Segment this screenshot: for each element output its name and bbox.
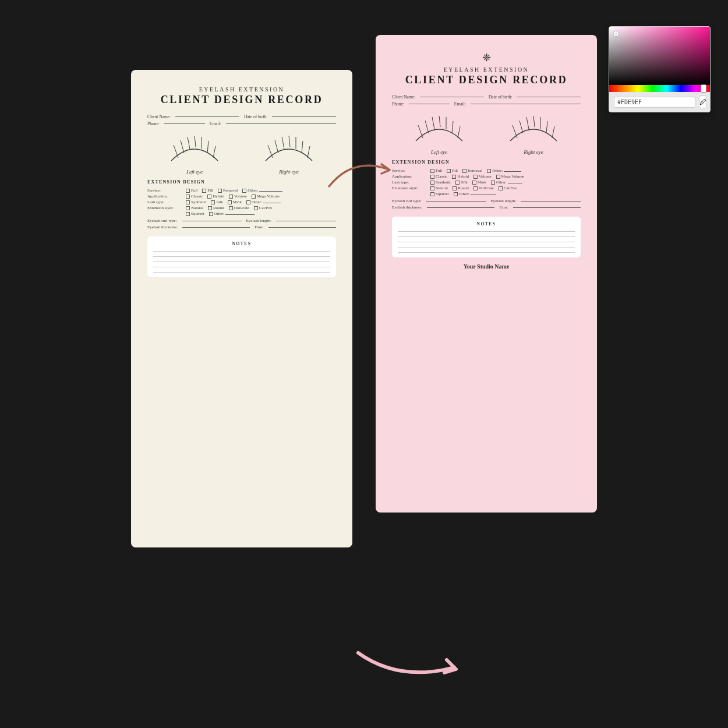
svg-line-27	[552, 126, 554, 138]
left-opt-natural: Natural	[186, 206, 203, 210]
eyedropper-icon: 🖊	[699, 98, 706, 107]
svg-line-15	[425, 121, 429, 133]
left-service-row: Service: Full Fill Removal Other:	[147, 188, 336, 193]
right-thickness-line	[427, 207, 494, 208]
left-phone-row: Phone: Email:	[147, 121, 336, 126]
left-extstyle-options: Natural Round Doll/cute Cat/Fox	[186, 206, 336, 210]
right-curl-line	[426, 201, 486, 202]
left-extrastyle-options: Squirrel Other:	[186, 211, 336, 216]
svg-line-20	[458, 126, 460, 138]
right-fans-label: Fans:	[499, 205, 508, 210]
right-client-name-line	[420, 97, 484, 97]
right-right-eye-label: Right eye	[524, 149, 543, 155]
left-opt-hybrid: Hybrid	[207, 194, 224, 199]
left-fans-label: Fans:	[255, 225, 263, 229]
svg-line-24	[533, 116, 535, 127]
right-opt-synthetic: Synthetic	[430, 180, 451, 185]
right-extrastyle-row: Squirrel Other:	[392, 192, 581, 196]
right-lashtype-options: Synthetic Silk Mink Other:	[430, 180, 581, 185]
left-curl-row: Eyelash curl type: Eyelash length:	[147, 218, 336, 223]
left-application-label: Application:	[147, 194, 183, 199]
svg-line-23	[526, 117, 529, 129]
right-thickness-row: Eyelash thickness: Fans:	[392, 205, 581, 210]
svg-line-14	[418, 125, 423, 138]
left-thickness-label: Eyelash thickness:	[147, 225, 178, 229]
right-notes-section: NOTES Your Studio Name	[392, 217, 581, 270]
svg-line-26	[546, 121, 547, 133]
left-opt-mega: Mega Volume	[252, 194, 280, 199]
right-service-label: Service:	[392, 168, 428, 173]
right-notes-lines	[398, 231, 575, 253]
right-application-options: Classic Hybrid Volume Mega Volume	[430, 174, 581, 179]
left-opt-fill: Fill	[202, 188, 213, 193]
right-left-eye-svg	[410, 115, 468, 147]
left-curl-line	[182, 221, 242, 221]
left-opt-other-svc: Other:	[242, 188, 282, 193]
right-length-line	[521, 201, 581, 202]
bottom-arrow	[352, 635, 469, 694]
svg-line-21	[513, 125, 517, 138]
right-service-options: Full Fill Removal Other:	[430, 168, 581, 173]
right-client-name-label: Client Name:	[392, 94, 415, 100]
left-extstyle-row: Extension style: Natural Round Doll/cute…	[147, 206, 336, 210]
left-notes-line-2	[153, 256, 330, 257]
right-dob-line	[517, 97, 581, 97]
left-name-row: Client Name: Date of birth:	[147, 114, 336, 119]
right-length-label: Eyelash length:	[491, 199, 516, 203]
right-fans-line	[513, 207, 581, 208]
right-email-line	[471, 104, 581, 104]
color-picker[interactable]: 🖊	[609, 26, 711, 112]
svg-line-13	[308, 146, 310, 158]
left-fans-line	[268, 227, 336, 228]
right-notes-box: NOTES	[392, 217, 581, 257]
left-notes-lines	[153, 251, 330, 273]
eyedropper-button[interactable]: 🖊	[699, 96, 707, 108]
right-notes-line-4	[398, 247, 575, 248]
right-email-label: Email:	[454, 101, 466, 107]
right-extrastyle-options: Squirrel Other:	[430, 192, 581, 196]
right-opt-silk: Silk	[455, 180, 467, 185]
right-opt-fill: Fill	[447, 168, 458, 173]
left-opt-squirrel: Squirrel	[186, 211, 204, 216]
left-opt-mink: Mink	[228, 200, 242, 204]
right-application-label: Application:	[392, 174, 428, 179]
right-right-eye: Right eye	[504, 115, 563, 155]
right-notes-line-2	[398, 236, 575, 237]
left-application-options: Classic Hybrid Volume Mega Volume	[186, 194, 336, 199]
right-opt-mink: Mink	[472, 180, 486, 185]
svg-line-17	[439, 116, 440, 127]
top-arrow	[323, 151, 393, 198]
right-opt-other-lash: Other:	[491, 180, 522, 185]
right-card-title: CLIENT DESIGN RECORD	[392, 74, 581, 86]
left-card-title: CLIENT DESIGN RECORD	[147, 94, 336, 106]
left-extstyle-label: Extension style:	[147, 206, 183, 210]
hue-slider[interactable]	[609, 85, 710, 92]
right-studio-name: Your Studio Name	[392, 263, 581, 270]
left-notes-section: NOTES	[147, 236, 336, 277]
color-gradient[interactable]	[609, 27, 710, 85]
right-client-info: Client Name: Date of birth: Phone: Email…	[392, 94, 581, 107]
left-phone-line	[164, 123, 205, 124]
right-service-row: Service: Full Fill Removal Other:	[392, 168, 581, 173]
right-thickness-label: Eyelash thickness:	[392, 205, 422, 210]
left-client-info: Client Name: Date of birth: Phone: Email…	[147, 114, 336, 126]
left-opt-classic: Classic	[186, 194, 203, 199]
right-application-row: Application: Classic Hybrid Volume Mega …	[392, 174, 581, 179]
right-card: ❈ EYELASH EXTENSION CLIENT DESIGN RECORD…	[376, 35, 597, 513]
hex-input[interactable]	[614, 97, 695, 108]
right-opt-volume: Volume	[473, 174, 492, 179]
left-extrastyle-row: Squirrel Other:	[147, 211, 336, 216]
right-left-eye: Left eye	[410, 115, 468, 155]
left-right-eye-label: Right eye	[279, 169, 299, 175]
right-dob-label: Date of birth:	[489, 94, 512, 100]
left-client-name-line	[175, 116, 239, 117]
svg-line-5	[207, 141, 208, 153]
right-phone-row: Phone: Email:	[392, 101, 581, 107]
flower-icon: ❈	[392, 51, 581, 64]
right-curl-label: Eyelash curl type:	[392, 199, 422, 203]
svg-line-16	[432, 117, 434, 129]
right-right-eye-svg	[504, 115, 563, 147]
left-opt-silk: Silk	[211, 200, 222, 204]
left-left-eye: Left eye	[165, 135, 224, 175]
left-notes-box: NOTES	[147, 236, 336, 277]
